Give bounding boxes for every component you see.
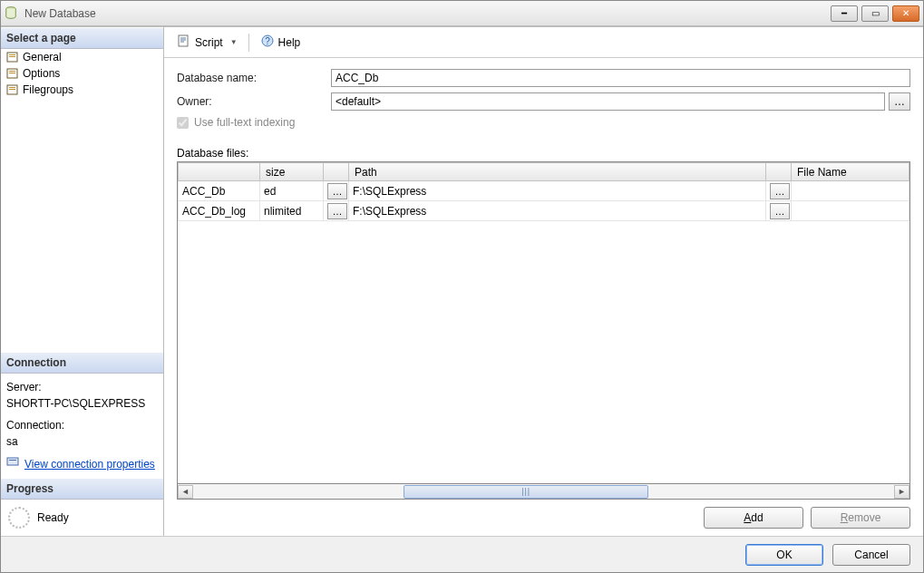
dbname-label: Database name: xyxy=(177,72,331,84)
select-page-header: Select a page xyxy=(1,27,163,49)
cell-size-browse[interactable]: … xyxy=(324,181,349,201)
col-size[interactable]: size xyxy=(260,163,324,181)
page-label: Filegroups xyxy=(23,83,73,96)
connection-value: sa xyxy=(6,433,158,450)
scroll-left-button[interactable]: ◄ xyxy=(178,485,193,499)
ellipsis-button[interactable]: … xyxy=(327,203,347,219)
add-button[interactable]: Add xyxy=(704,507,803,529)
owner-label: Owner: xyxy=(177,95,331,108)
help-button[interactable]: ? Help xyxy=(257,32,305,53)
page-options[interactable]: Options xyxy=(1,65,163,82)
progress-status: Ready xyxy=(37,511,69,524)
help-label: Help xyxy=(278,36,301,49)
owner-input[interactable] xyxy=(331,92,885,111)
col-btn1[interactable] xyxy=(324,163,349,181)
window-title: New Database xyxy=(24,7,831,20)
titlebar: New Database ━ ▭ ✕ xyxy=(1,1,923,26)
fulltext-checkbox xyxy=(177,117,189,129)
svg-rect-3 xyxy=(9,56,15,57)
page-filegroups[interactable]: Filegroups xyxy=(1,82,163,98)
left-panel: Select a page General Options Filegroups… xyxy=(1,27,164,536)
col-name[interactable] xyxy=(179,163,260,181)
owner-browse-button[interactable]: … xyxy=(889,92,910,111)
page-icon xyxy=(6,67,19,80)
page-general[interactable]: General xyxy=(1,49,163,65)
page-icon xyxy=(6,51,19,63)
cell-filename[interactable] xyxy=(792,201,909,221)
page-label: Options xyxy=(23,67,60,80)
cell-filename[interactable] xyxy=(792,181,909,201)
progress-header: Progress xyxy=(1,478,163,500)
script-label: Script xyxy=(195,36,223,49)
view-connection-properties[interactable]: View connection properties xyxy=(24,456,155,472)
ellipsis-button[interactable]: … xyxy=(327,183,347,199)
cell-size[interactable]: nlimited xyxy=(260,201,324,221)
cell-name[interactable]: ACC_Db_log xyxy=(179,201,260,221)
ok-button[interactable]: OK xyxy=(745,544,823,566)
spinner-icon xyxy=(8,507,30,529)
svg-rect-5 xyxy=(9,71,15,72)
svg-rect-2 xyxy=(9,54,15,55)
connection-body: Server: SHORTT-PC\SQLEXPRESS Connection:… xyxy=(1,374,163,478)
window: New Database ━ ▭ ✕ Select a page General… xyxy=(0,0,924,573)
svg-rect-12 xyxy=(179,35,188,46)
cell-path[interactable]: F:\SQLExpress xyxy=(349,201,766,221)
script-icon xyxy=(177,34,191,51)
minimize-button[interactable]: ━ xyxy=(831,5,858,22)
svg-rect-11 xyxy=(9,460,16,461)
horizontal-scrollbar[interactable]: ◄ ||| ► xyxy=(177,484,910,500)
files-grid[interactable]: size Path File Name ACC_Db ed xyxy=(177,161,910,484)
svg-rect-6 xyxy=(9,73,15,73)
svg-text:?: ? xyxy=(265,36,270,46)
ellipsis-button[interactable]: … xyxy=(770,183,790,199)
form: Database name: Owner: … Use full-text in… xyxy=(164,58,923,143)
footer: OK Cancel xyxy=(1,536,923,572)
grid-container: size Path File Name ACC_Db ed xyxy=(177,161,910,500)
remove-button: Remove xyxy=(811,507,910,529)
toolbar: Script ▼ ? Help xyxy=(164,27,923,58)
dropdown-icon: ▼ xyxy=(230,38,238,46)
scroll-thumb[interactable]: ||| xyxy=(404,485,649,499)
svg-rect-10 xyxy=(7,458,18,465)
cell-path-browse[interactable]: … xyxy=(766,201,792,221)
dbname-input[interactable] xyxy=(331,69,910,87)
cell-path[interactable]: F:\SQLExpress xyxy=(349,181,766,201)
cell-name[interactable]: ACC_Db xyxy=(179,181,260,201)
close-button[interactable]: ✕ xyxy=(892,5,919,22)
fulltext-label: Use full-text indexing xyxy=(194,116,295,129)
maximize-button[interactable]: ▭ xyxy=(861,5,889,22)
window-buttons: ━ ▭ ✕ xyxy=(831,5,919,22)
content: Script ▼ ? Help Database name: Owner: … xyxy=(164,27,923,536)
scroll-track[interactable]: ||| xyxy=(193,485,894,499)
page-icon xyxy=(6,83,19,96)
svg-rect-8 xyxy=(9,87,15,88)
progress-body: Ready xyxy=(1,500,163,536)
server-label: Server: xyxy=(6,379,158,395)
grid-buttons: Add Remove xyxy=(164,500,923,536)
page-label: General xyxy=(23,51,62,63)
cell-size-browse[interactable]: … xyxy=(324,201,349,221)
col-path[interactable]: Path xyxy=(349,163,766,181)
connection-header: Connection xyxy=(1,352,163,374)
table-row[interactable]: ACC_Db ed … F:\SQLExpress … xyxy=(179,181,909,201)
server-value: SHORTT-PC\SQLEXPRESS xyxy=(6,395,158,412)
cancel-button[interactable]: Cancel xyxy=(832,544,910,566)
ellipsis-button[interactable]: … xyxy=(770,203,790,219)
files-label: Database files: xyxy=(177,147,910,160)
page-list: General Options Filegroups xyxy=(1,49,163,352)
col-btn2[interactable] xyxy=(766,163,792,181)
body: Select a page General Options Filegroups… xyxy=(1,26,923,536)
cell-size[interactable]: ed xyxy=(260,181,324,201)
script-button[interactable]: Script ▼ xyxy=(173,32,241,53)
properties-icon xyxy=(6,455,19,472)
scroll-right-button[interactable]: ► xyxy=(894,485,909,499)
cell-path-browse[interactable]: … xyxy=(766,181,792,201)
connection-label: Connection: xyxy=(6,417,158,433)
table-row[interactable]: ACC_Db_log nlimited … F:\SQLExpress … xyxy=(179,201,909,221)
col-filename[interactable]: File Name xyxy=(792,163,909,181)
help-icon: ? xyxy=(260,34,275,51)
svg-rect-9 xyxy=(9,89,15,90)
database-icon xyxy=(5,6,19,21)
